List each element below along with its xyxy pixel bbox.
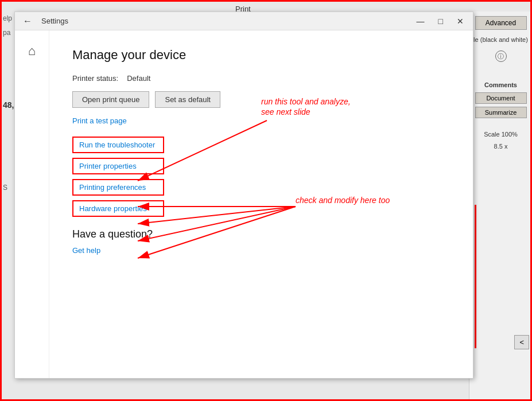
window-content: ⌂ Manage your device Printer status: Def… [15, 30, 473, 378]
comments-label: Comments [483, 80, 518, 89]
left-text-1: elp [3, 14, 12, 22]
back-button[interactable]: ← [20, 15, 36, 28]
document-button[interactable]: Document [475, 92, 527, 104]
settings-main: Manage your device Printer status: Defau… [49, 30, 473, 378]
maximize-button[interactable]: □ [434, 15, 448, 27]
settings-sidebar: ⌂ [15, 30, 49, 378]
section-title: Manage your device [72, 48, 450, 63]
advanced-button[interactable]: Advanced [475, 16, 527, 30]
left-text-3: S [3, 184, 7, 192]
printer-properties-link[interactable]: Printer properties [72, 158, 164, 174]
titlebar-left: ← Settings [20, 15, 68, 28]
have-question-heading: Have a question? [72, 228, 450, 240]
dimensions-text: 8.5 x [493, 142, 509, 151]
left-text-2: pa [3, 29, 10, 37]
home-button[interactable]: ⌂ [24, 39, 40, 63]
titlebar-controls: — □ ✕ [412, 15, 468, 27]
run-troubleshooter-link[interactable]: Run the troubleshooter [72, 137, 164, 153]
info-icon: ⓘ [495, 50, 507, 62]
printing-preferences-link[interactable]: Printing preferences [72, 179, 164, 196]
nav-back-button[interactable]: < [514, 335, 529, 349]
action-button-row: Open print queue Set as default [72, 91, 450, 108]
printer-status-value: Default [127, 74, 150, 83]
get-help-link[interactable]: Get help [72, 246, 100, 255]
open-print-queue-button[interactable]: Open print queue [72, 91, 149, 108]
printer-status-row: Printer status: Default [72, 74, 450, 83]
settings-window: ← Settings — □ ✕ ⌂ Manage your device Pr… [14, 11, 473, 379]
minimize-button[interactable]: — [412, 15, 429, 27]
mode-text: le (black and white) [471, 33, 531, 46]
set-default-button[interactable]: Set as default [155, 91, 220, 108]
right-panel: Advanced le (black and white) ⓘ Comments… [469, 11, 532, 401]
window-title: Settings [41, 17, 68, 25]
window-titlebar: ← Settings — □ ✕ [15, 12, 473, 30]
red-line-decoration [475, 205, 476, 348]
print-test-page-link[interactable]: Print a test page [72, 116, 127, 125]
printer-status-label: Printer status: [72, 74, 118, 83]
hardware-properties-link[interactable]: Hardware properties [72, 200, 164, 217]
left-number: 48, [3, 100, 14, 110]
close-button[interactable]: ✕ [452, 15, 468, 27]
summarize-button[interactable]: Summarize [475, 107, 527, 118]
scale-label: Scale 100% [483, 130, 519, 139]
